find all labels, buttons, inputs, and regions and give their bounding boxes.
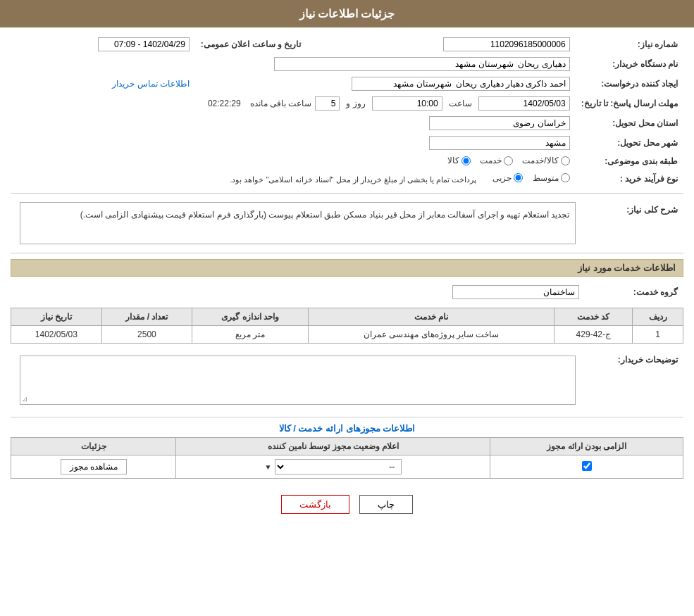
province-label: استان محل تحویل: — [576, 113, 683, 133]
divider-3 — [11, 417, 683, 417]
required-checkbox[interactable] — [582, 461, 592, 471]
purchase-partial-radio[interactable] — [514, 173, 523, 182]
permissions-title[interactable]: اطلاعات مجوزهای ارائه خدمت / کالا — [279, 420, 416, 437]
buyer-name-value — [11, 54, 576, 74]
quantity: 2500 — [101, 326, 192, 344]
purchase-partial-label: جزیی — [492, 173, 512, 183]
contact-link-cell: اطلاعات تماس خریدار — [11, 74, 195, 94]
reply-deadline-value: 02:22:29 ساعت باقی مانده روز و ساعت — [11, 94, 576, 113]
need-number-row: شماره نیاز: تاریخ و ساعت اعلان عمومی: — [11, 34, 683, 54]
permissions-title-wrapper: اطلاعات مجوزهای ارائه خدمت / کالا — [11, 423, 683, 434]
need-number-label: شماره نیاز: — [576, 34, 683, 54]
purchase-partial-option[interactable]: جزیی — [492, 173, 523, 183]
category-goods-service-label: کالا/خدمت — [522, 156, 558, 165]
province-row: استان محل تحویل: — [11, 113, 683, 133]
city-value — [11, 133, 576, 153]
col-required: الزامی بودن ارائه مجوز — [490, 438, 683, 455]
category-goods-service-option[interactable]: کالا/خدمت — [522, 156, 569, 165]
buyer-name-label: نام دستگاه خریدار: — [576, 54, 683, 74]
remaining-label: ساعت باقی مانده — [250, 99, 312, 108]
announce-date-input[interactable] — [98, 37, 190, 51]
main-content: شماره نیاز: تاریخ و ساعت اعلان عمومی: نا… — [0, 27, 694, 532]
requester-row: ایجاد کننده درخواست: اطلاعات تماس خریدار — [11, 74, 683, 94]
province-value — [11, 113, 576, 133]
buyer-notes-table: توضیحات خریدار: ⊿ — [11, 349, 683, 411]
service-group-value — [11, 282, 585, 302]
description-table: شرح کلی نیاز: تجدید استعلام تهیه و اجرای… — [11, 199, 683, 247]
need-date: 1402/05/03 — [11, 326, 102, 344]
page-header: جزئیات اطلاعات نیاز — [0, 0, 694, 27]
reply-deadline-label: مهلت ارسال پاسخ: تا تاریخ: — [576, 94, 683, 113]
chevron-down-icon: ▼ — [264, 463, 271, 471]
purchase-note: پرداخت تمام یا بخشی از مبلغ خریدار از مح… — [230, 175, 476, 184]
col-service-code: کد خدمت — [554, 308, 633, 326]
category-row: طبقه بندی موضوعی: کالا/خدمت خدمت کالا — [11, 153, 683, 170]
col-date: تاریخ نیاز — [11, 308, 102, 326]
city-label: شهر محل تحویل: — [576, 133, 683, 153]
purchase-type-value: متوسط جزیی پرداخت تمام یا بخشی از مبلغ خ… — [11, 170, 576, 188]
province-input[interactable] — [429, 116, 570, 130]
resize-icon: ⊿ — [22, 395, 27, 403]
page-title: جزئیات اطلاعات نیاز — [299, 8, 395, 20]
category-goods-service-radio[interactable] — [561, 156, 570, 165]
purchase-type-row: نوع فرآیند خرید : متوسط جزیی پرداخت تمام… — [11, 170, 683, 188]
category-service-label: خدمت — [480, 156, 502, 165]
remaining-time-value: 02:22:29 — [208, 99, 241, 108]
permissions-header-row: الزامی بودن ارائه مجوز اعلام وضعیت مجوز … — [11, 438, 683, 455]
service-group-label: گروه خدمت: — [585, 282, 683, 302]
category-goods-option[interactable]: کالا — [447, 156, 471, 165]
col-details: جزئیات — [11, 438, 176, 455]
status-wrapper: -- ▼ — [182, 459, 484, 474]
reply-date-input[interactable] — [478, 96, 570, 111]
service-code: ج-42-429 — [554, 326, 633, 344]
reply-deadline-row: مهلت ارسال پاسخ: تا تاریخ: 02:22:29 ساعت… — [11, 94, 683, 113]
services-table: ردیف کد خدمت نام خدمت واحد اندازه گیری ت… — [11, 308, 683, 344]
need-number-input[interactable] — [443, 37, 570, 51]
category-goods-label: کالا — [447, 156, 459, 165]
description-text: تجدید استعلام تهیه و اجرای آسفالت معابر … — [80, 210, 569, 220]
requester-value — [195, 74, 576, 94]
city-row: شهر محل تحویل: — [11, 133, 683, 153]
category-service-option[interactable]: خدمت — [480, 156, 513, 165]
need-number-value — [328, 34, 575, 54]
category-value: کالا/خدمت خدمت کالا — [11, 153, 576, 170]
purchase-medium-radio[interactable] — [561, 173, 570, 182]
requester-input[interactable] — [352, 77, 570, 91]
divider-2 — [11, 253, 683, 253]
purchase-type-label: نوع فرآیند خرید : — [576, 170, 683, 188]
buyer-name-input[interactable] — [274, 57, 570, 71]
description-label: شرح کلی نیاز: — [585, 199, 683, 247]
city-input[interactable] — [429, 136, 570, 150]
service-group-input[interactable] — [452, 285, 579, 299]
footer-buttons: چاپ بازگشت — [11, 484, 683, 524]
detail-cell: مشاهده مجوز — [11, 455, 176, 479]
col-quantity: تعداد / مقدار — [101, 308, 192, 326]
show-permit-button[interactable]: مشاهده مجوز — [61, 459, 127, 474]
buyer-name-row: نام دستگاه خریدار: — [11, 54, 683, 74]
print-button[interactable]: چاپ — [359, 495, 413, 514]
basic-info-table: شماره نیاز: تاریخ و ساعت اعلان عمومی: نا… — [11, 34, 683, 187]
purchase-medium-option[interactable]: متوسط — [533, 173, 570, 183]
status-select[interactable]: -- — [275, 459, 402, 474]
time-input[interactable] — [372, 96, 442, 111]
permissions-section: اطلاعات مجوزهای ارائه خدمت / کالا الزامی… — [11, 423, 683, 479]
category-service-radio[interactable] — [504, 156, 513, 165]
required-cell — [490, 455, 683, 479]
purchase-medium-label: متوسط — [533, 173, 559, 183]
category-label: طبقه بندی موضوعی: — [576, 153, 683, 170]
category-goods-radio[interactable] — [461, 156, 471, 165]
announce-date-label: تاریخ و ساعت اعلان عمومی: — [195, 34, 306, 54]
contact-link[interactable]: اطلاعات تماس خریدار — [112, 79, 190, 89]
service-group-row: گروه خدمت: — [11, 282, 683, 302]
announce-date-value — [11, 34, 195, 54]
time-label: ساعت — [449, 99, 472, 108]
days-input[interactable] — [315, 96, 340, 111]
buyer-notes-label: توضیحات خریدار: — [585, 349, 683, 411]
status-cell: -- ▼ — [176, 455, 490, 479]
table-row: 1 ج-42-429 ساخت سایر پروژه‌های مهندسی عم… — [11, 326, 683, 344]
back-button[interactable]: بازگشت — [281, 495, 349, 514]
unit: متر مربع — [192, 326, 309, 344]
buyer-notes-box[interactable]: ⊿ — [20, 356, 576, 405]
requester-label: ایجاد کننده درخواست: — [576, 74, 683, 94]
services-section: ردیف کد خدمت نام خدمت واحد اندازه گیری ت… — [11, 308, 683, 344]
